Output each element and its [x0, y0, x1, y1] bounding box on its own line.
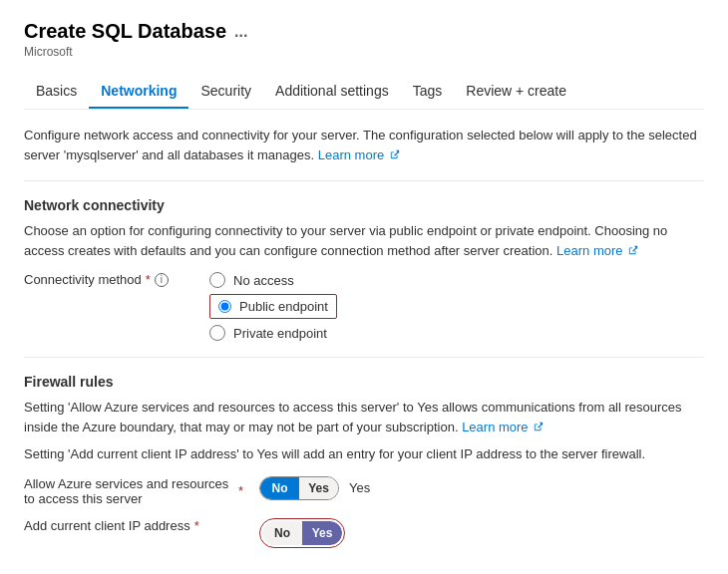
allow-azure-required-star: *: [238, 483, 243, 498]
firewall-rules-title: Firewall rules: [24, 374, 704, 390]
tab-bar: Basics Networking Security Additional se…: [24, 75, 704, 110]
radio-no-access-input[interactable]: [209, 272, 225, 288]
radio-public-endpoint-input[interactable]: [218, 300, 231, 313]
firewall-learn-more-link[interactable]: Learn more: [462, 420, 528, 434]
allow-azure-no[interactable]: No: [260, 477, 299, 499]
network-connectivity-section: Network connectivity Choose an option fo…: [24, 197, 704, 341]
radio-no-access-label: No access: [233, 273, 294, 288]
tab-security[interactable]: Security: [188, 75, 263, 109]
intro-learn-more-link[interactable]: Learn more: [318, 147, 384, 162]
add-client-ip-toggle[interactable]: No Yes: [262, 521, 342, 545]
section-divider-2: [24, 357, 704, 358]
firewall-description-1: Setting 'Allow Azure services and resour…: [24, 398, 704, 436]
add-client-ip-row: Add current client IP address * No Yes: [24, 518, 704, 548]
radio-public-endpoint-highlight: Public endpoint: [209, 294, 337, 319]
network-connectivity-description: Choose an option for configuring connect…: [24, 221, 704, 260]
firewall-rules-section: Firewall rules Setting 'Allow Azure serv…: [24, 374, 704, 548]
allow-azure-toggle[interactable]: No Yes: [259, 476, 339, 500]
connectivity-learn-more-link[interactable]: Learn more: [556, 243, 622, 258]
connectivity-method-label: Connectivity method * i: [24, 272, 193, 287]
connectivity-info-icon[interactable]: i: [155, 273, 169, 287]
allow-azure-row: Allow Azure services and resources to ac…: [24, 476, 704, 506]
connectivity-required-star: *: [146, 272, 151, 287]
page-subtitle: Microsoft: [24, 45, 704, 59]
firewall-description-2: Setting 'Add current client IP address' …: [24, 444, 704, 464]
connectivity-radio-group: No access Public endpoint Private endpoi…: [209, 272, 337, 341]
section-divider-1: [24, 180, 704, 181]
radio-private-endpoint[interactable]: Private endpoint: [209, 325, 337, 341]
radio-no-access[interactable]: No access: [209, 272, 337, 288]
tab-tags[interactable]: Tags: [401, 75, 455, 109]
connectivity-method-row: Connectivity method * i No access Public…: [24, 272, 704, 341]
tab-review-create[interactable]: Review + create: [454, 75, 578, 109]
allow-azure-yes[interactable]: Yes: [299, 477, 338, 499]
add-client-ip-required-star: *: [194, 518, 199, 533]
tab-basics[interactable]: Basics: [24, 75, 89, 109]
allow-azure-yes-label: Yes: [349, 480, 370, 495]
allow-azure-label: Allow Azure services and resources to ac…: [24, 476, 243, 506]
intro-section: Configure network access and connectivit…: [24, 126, 704, 164]
tab-networking[interactable]: Networking: [89, 75, 188, 109]
ellipsis-menu[interactable]: ...: [234, 23, 247, 41]
connectivity-external-link-icon: [628, 245, 638, 255]
firewall-external-link-icon: [534, 422, 544, 431]
allow-azure-toggle-container[interactable]: No Yes Yes: [259, 476, 370, 500]
add-client-ip-label: Add current client IP address *: [24, 518, 243, 533]
tab-additional-settings[interactable]: Additional settings: [263, 75, 401, 109]
add-client-ip-yes[interactable]: Yes: [302, 521, 342, 545]
network-connectivity-title: Network connectivity: [24, 197, 704, 213]
radio-private-endpoint-input[interactable]: [209, 325, 225, 341]
external-link-icon: [390, 149, 400, 159]
add-client-ip-no[interactable]: No: [262, 521, 302, 545]
radio-public-endpoint-label: Public endpoint: [239, 299, 328, 314]
page-header: Create SQL Database ... Microsoft: [24, 20, 704, 59]
radio-private-endpoint-label: Private endpoint: [233, 326, 327, 341]
add-client-ip-highlight: No Yes: [259, 518, 345, 548]
add-client-ip-toggle-container[interactable]: No Yes: [259, 518, 345, 548]
intro-description: Configure network access and connectivit…: [24, 126, 704, 164]
page-title: Create SQL Database: [24, 20, 226, 43]
